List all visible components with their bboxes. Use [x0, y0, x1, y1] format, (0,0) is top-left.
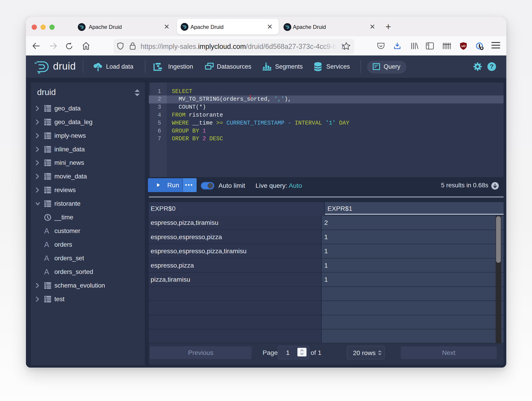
svg-text:?: ?	[490, 63, 494, 70]
svg-text:uO: uO	[461, 44, 465, 48]
